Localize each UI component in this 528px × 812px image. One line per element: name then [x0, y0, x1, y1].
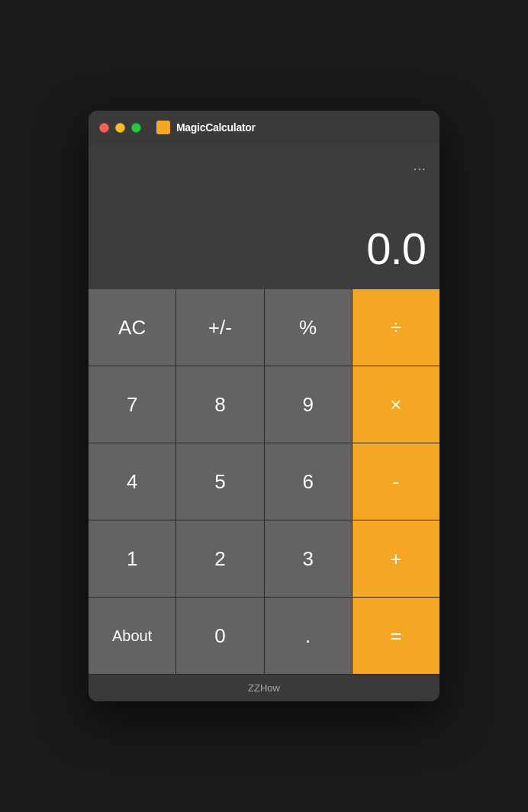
three-button[interactable]: 3: [265, 520, 352, 597]
one-button[interactable]: 1: [89, 520, 175, 597]
percent-button[interactable]: %: [265, 289, 352, 366]
window-title: MagicCalculator: [176, 121, 256, 134]
two-button[interactable]: 2: [176, 520, 263, 597]
about-button[interactable]: About: [89, 598, 175, 674]
add-button[interactable]: +: [353, 520, 439, 597]
menu-dots[interactable]: ...: [102, 153, 426, 177]
close-button[interactable]: [99, 123, 109, 133]
seven-button[interactable]: 7: [89, 366, 175, 443]
five-button[interactable]: 5: [176, 443, 263, 520]
title-bar: MagicCalculator: [89, 111, 439, 144]
eight-button[interactable]: 8: [176, 366, 263, 443]
maximize-button[interactable]: [131, 123, 141, 133]
clear-button[interactable]: AC: [89, 289, 175, 366]
divide-button[interactable]: ÷: [353, 289, 439, 366]
footer: ZZHow: [89, 674, 439, 701]
zero-button[interactable]: 0: [176, 598, 263, 674]
subtract-button[interactable]: -: [353, 443, 439, 520]
display-area: ... 0.0: [89, 144, 439, 289]
multiply-button[interactable]: ×: [353, 366, 439, 443]
button-grid: AC +/- % ÷ 7 8 9 × 4 5 6 - 1 2 3 + About…: [89, 289, 439, 674]
display-value: 0.0: [102, 223, 426, 274]
calculator-window: MagicCalculator ... 0.0 AC +/- % ÷ 7 8 9…: [89, 111, 439, 701]
six-button[interactable]: 6: [265, 443, 352, 520]
four-button[interactable]: 4: [89, 443, 175, 520]
nine-button[interactable]: 9: [265, 366, 352, 443]
equals-button[interactable]: =: [353, 598, 439, 674]
footer-label: ZZHow: [248, 682, 280, 694]
minimize-button[interactable]: [115, 123, 125, 133]
app-icon: [156, 121, 170, 134]
decimal-button[interactable]: .: [265, 598, 352, 674]
sign-button[interactable]: +/-: [176, 289, 263, 366]
